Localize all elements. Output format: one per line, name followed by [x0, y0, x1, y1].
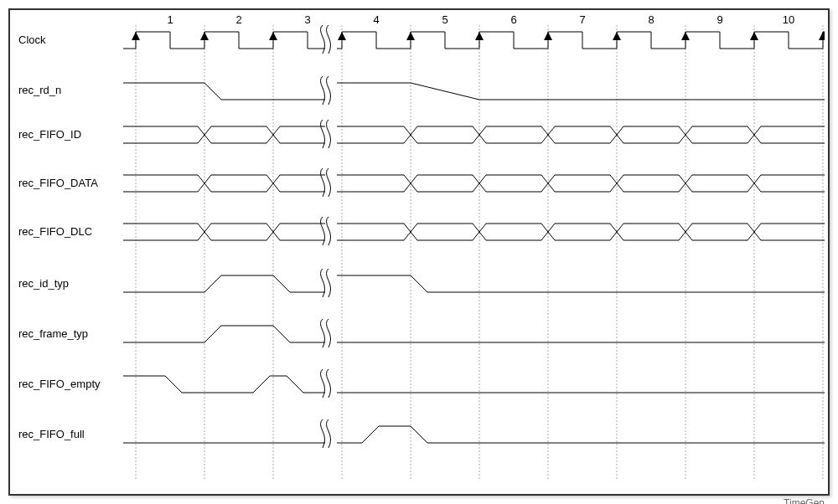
signal-rec-fifo-empty: rec_FIFO_empty: [18, 369, 825, 398]
signal-rec-frame-typ: rec_frame_typ: [18, 319, 825, 347]
label-clock: Clock: [18, 33, 46, 46]
timing-diagram-svg: 1 2 3 4 5 6 7 8 9 10 Clock rec_rd_n: [10, 10, 828, 494]
signal-rec-fifo-id: rec_FIFO_ID: [18, 120, 825, 148]
cycle-1: 1: [167, 13, 173, 26]
cycle-6: 6: [510, 13, 516, 26]
cycle-2: 2: [235, 13, 241, 26]
cycle-3: 3: [304, 13, 310, 26]
cycle-10: 10: [783, 13, 794, 26]
signal-rec-fifo-data: rec_FIFO_DATA: [18, 168, 825, 197]
label-rec-id-typ: rec_id_typ: [18, 277, 69, 290]
label-rec-fifo-id: rec_FIFO_ID: [18, 128, 81, 141]
label-rec-fifo-dlc: rec_FIFO_DLC: [18, 225, 92, 238]
signal-clock: Clock: [18, 25, 825, 54]
cycle-7: 7: [579, 13, 585, 26]
signal-rec-id-typ: rec_id_typ: [18, 269, 825, 297]
label-rec-rd-n: rec_rd_n: [18, 84, 61, 96]
cycle-labels: 1 2 3 4 5 6 7 8 9 10: [167, 13, 794, 26]
cycle-5: 5: [442, 13, 447, 26]
cycle-8: 8: [648, 13, 654, 26]
label-rec-fifo-data: rec_FIFO_DATA: [18, 177, 98, 189]
grid-lines: [136, 25, 823, 479]
cycle-9: 9: [716, 13, 722, 26]
label-rec-fifo-empty: rec_FIFO_empty: [18, 378, 101, 390]
label-rec-frame-typ: rec_frame_typ: [18, 327, 88, 340]
signal-rec-fifo-full: rec_FIFO_full: [18, 419, 825, 448]
signal-rec-rd-n: rec_rd_n: [18, 76, 825, 105]
tool-label: TimeGen: [784, 497, 825, 504]
label-rec-fifo-full: rec_FIFO_full: [18, 428, 85, 440]
signal-rec-fifo-dlc: rec_FIFO_DLC: [18, 217, 825, 245]
cycle-4: 4: [373, 13, 379, 26]
timing-diagram-container: 1 2 3 4 5 6 7 8 9 10 Clock rec_rd_n: [8, 8, 830, 496]
